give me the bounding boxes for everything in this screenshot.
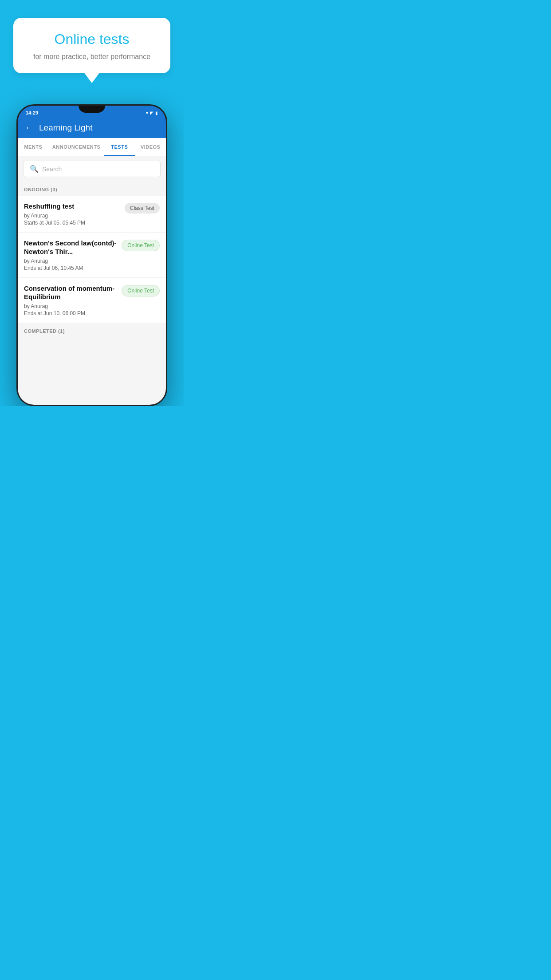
search-placeholder: Search [42,166,62,173]
back-button[interactable]: ← [25,122,34,133]
battery-icon: ▮ [155,111,158,115]
signal-icon: ◤ [150,111,153,115]
phone-notch [79,106,105,113]
test-badge-2: Online Test [122,240,160,251]
wifi-icon: ▾ [146,111,148,115]
completed-label: COMPLETED (1) [24,328,65,334]
tab-announcements[interactable]: ANNOUNCEMENTS [49,138,104,156]
test-date-1: Starts at Jul 05, 05:45 PM [24,220,120,226]
test-item-1[interactable]: Reshuffling test by Anurag Starts at Jul… [18,196,166,233]
search-icon: 🔍 [30,165,39,173]
app-title: Learning Light [39,123,92,133]
status-icons: ▾ ◤ ▮ [146,111,158,115]
test-name-2: Newton's Second law(contd)-Newton's Thir… [24,239,117,256]
hero-subtitle: for more practice, better performance [27,53,157,61]
test-item-3[interactable]: Conservation of momentum-Equilibrium by … [18,278,166,323]
phone-time: 14:29 [26,110,38,115]
test-name-1: Reshuffling test [24,202,120,211]
hero-title: Online tests [27,31,157,47]
test-info-2: Newton's Second law(contd)-Newton's Thir… [24,239,117,271]
phone-content: 🔍 Search ONGOING (3) Reshuffling test by… [18,156,166,405]
tab-bar: MENTS ANNOUNCEMENTS TESTS VIDEOS [18,138,166,156]
ongoing-section-header: ONGOING (3) [18,182,166,196]
test-by-3: by Anurag [24,303,117,309]
ongoing-label: ONGOING (3) [24,187,57,192]
phone-wrapper: 14:29 ▾ ◤ ▮ ← Learning Light MENTS ANNOU… [0,104,184,406]
hero-section: Online tests for more practice, better p… [0,0,184,82]
search-box[interactable]: 🔍 Search [23,161,161,177]
test-by-2: by Anurag [24,258,117,264]
app-header: ← Learning Light [18,118,166,138]
tab-videos[interactable]: VIDEOS [135,138,166,156]
speech-bubble: Online tests for more practice, better p… [13,18,170,73]
tab-ments[interactable]: MENTS [18,138,49,156]
test-info-3: Conservation of momentum-Equilibrium by … [24,284,117,316]
phone-mockup: 14:29 ▾ ◤ ▮ ← Learning Light MENTS ANNOU… [16,104,167,406]
test-badge-3: Online Test [122,285,160,296]
status-bar: 14:29 ▾ ◤ ▮ [18,106,166,118]
test-item-2[interactable]: Newton's Second law(contd)-Newton's Thir… [18,233,166,278]
test-name-3: Conservation of momentum-Equilibrium [24,284,117,301]
test-badge-1: Class Test [125,203,160,213]
search-container: 🔍 Search [18,156,166,182]
test-by-1: by Anurag [24,213,120,219]
tab-tests[interactable]: TESTS [104,138,135,156]
test-date-2: Ends at Jul 06, 10:45 AM [24,265,117,271]
test-list: Reshuffling test by Anurag Starts at Jul… [18,196,166,323]
completed-section-header: COMPLETED (1) [18,323,166,336]
test-info-1: Reshuffling test by Anurag Starts at Jul… [24,202,120,226]
test-date-3: Ends at Jun 10, 06:00 PM [24,310,117,316]
